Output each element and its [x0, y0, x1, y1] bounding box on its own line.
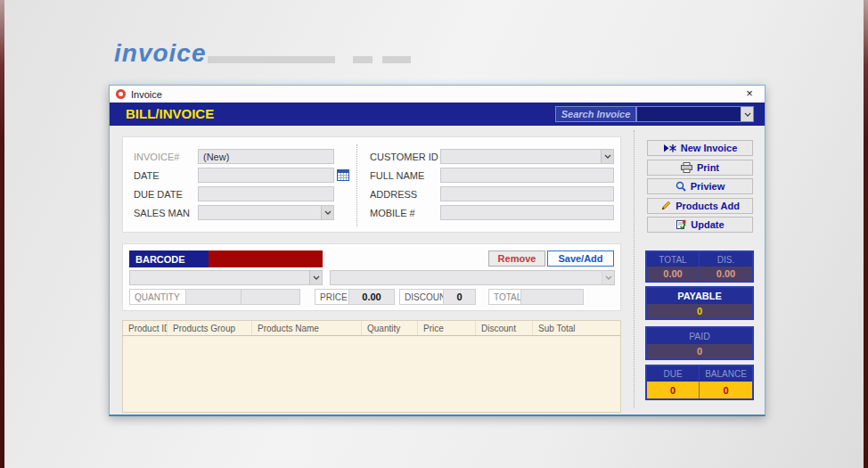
print-button[interactable]: Print: [647, 160, 753, 176]
balance-header: BALANCE: [700, 366, 752, 382]
payable-amount: 0: [647, 304, 752, 318]
magnifier-icon: [676, 181, 686, 192]
discount-amount: 0.00: [700, 267, 752, 281]
column-header-discount[interactable]: Discount: [476, 321, 533, 335]
invoice-number-label: INVOICE#: [134, 152, 179, 162]
chevron-down-icon[interactable]: [321, 206, 333, 219]
new-record-icon: [663, 144, 676, 153]
decorative-bar: [208, 56, 335, 63]
column-header-sub-total[interactable]: Sub Total: [533, 321, 620, 335]
chevron-down-icon[interactable]: [601, 150, 613, 163]
discount-label: DISCOUNT: [400, 290, 443, 304]
due-date-label: DUE DATE: [134, 189, 183, 200]
salesman-label: SALES MAN: [134, 208, 190, 218]
product-group-combobox[interactable]: [129, 270, 323, 285]
form-divider: [356, 144, 357, 226]
chevron-down-icon[interactable]: [602, 271, 614, 284]
button-label: Update: [691, 219, 724, 230]
address-label: ADDRESS: [370, 189, 417, 200]
chevron-down-icon[interactable]: [741, 107, 753, 121]
balance-amount: 0: [700, 382, 752, 398]
mobile-field[interactable]: [440, 205, 614, 220]
payable-header: PAYABLE: [647, 288, 752, 304]
price-group: PRICE 0.00: [315, 289, 395, 305]
product-name-combobox[interactable]: [330, 270, 615, 285]
column-header-quantity[interactable]: Quantity: [362, 321, 418, 335]
search-invoice-combobox[interactable]: [636, 106, 754, 122]
total-label: TOTAL: [489, 290, 520, 304]
page-title: invoice: [114, 39, 206, 68]
button-label: New Invoice: [681, 143, 738, 153]
new-invoice-button[interactable]: New Invoice: [647, 140, 753, 156]
button-label: Print: [697, 162, 719, 173]
total-discount-box: TOTAL DIS. 0.00 0.00: [645, 250, 754, 283]
search-invoice-label: Search Invoice: [555, 106, 636, 122]
close-button[interactable]: ×: [741, 86, 757, 101]
full-name-field[interactable]: [440, 168, 614, 183]
left-edge-strip: [0, 0, 4, 468]
items-table: Product ID Products Group Products Name …: [122, 320, 621, 413]
full-name-label: FULL NAME: [370, 170, 424, 181]
quantity-label: QUANTITY: [130, 290, 185, 304]
items-table-body: [123, 336, 620, 413]
update-icon: [676, 219, 686, 230]
invoice-form-panel: INVOICE# DATE DUE DATE SALES MAN CU: [122, 136, 621, 233]
decorative-bar: [353, 56, 373, 63]
column-header-price[interactable]: Price: [418, 321, 476, 335]
window-title: Invoice: [131, 89, 162, 100]
update-button[interactable]: Update: [647, 217, 753, 233]
desktop-background: invoice Invoice × BILL/INVOICE Search In…: [0, 0, 868, 468]
invoice-number-field[interactable]: [198, 149, 334, 164]
paid-header: PAID: [647, 328, 752, 344]
due-balance-box: DUE BALANCE 0 0: [645, 365, 754, 400]
button-label: Priview: [691, 181, 725, 192]
barcode-label: BARCODE: [129, 250, 209, 267]
save-add-button[interactable]: Save/Add: [547, 250, 614, 267]
window-titlebar: Invoice ×: [110, 86, 765, 103]
remove-button[interactable]: Remove: [488, 250, 545, 267]
calendar-icon[interactable]: [337, 168, 349, 185]
barcode-field[interactable]: [209, 250, 323, 267]
price-label: PRICE: [315, 290, 348, 304]
customer-id-combobox[interactable]: [440, 149, 614, 164]
salesman-combobox[interactable]: [198, 205, 334, 220]
printer-icon: [681, 162, 692, 173]
due-amount: 0: [647, 382, 700, 398]
address-field[interactable]: [440, 186, 614, 201]
pencil-icon: [660, 201, 671, 211]
discount-value: 0: [443, 290, 475, 304]
preview-button[interactable]: Priview: [647, 178, 753, 194]
app-icon: [116, 89, 126, 99]
paid-box: PAID 0: [645, 326, 754, 360]
discount-header: DIS.: [700, 252, 752, 267]
due-header: DUE: [647, 366, 700, 382]
decorative-bar: [382, 56, 411, 63]
date-field[interactable]: [198, 168, 334, 183]
total-amount: 0.00: [647, 267, 700, 281]
total-field[interactable]: [520, 290, 583, 304]
payable-box: PAYABLE 0: [645, 286, 754, 320]
quantity-field[interactable]: [185, 290, 241, 304]
price-value: 0.00: [348, 290, 394, 304]
customer-id-label: CUSTOMER ID: [370, 152, 438, 162]
form-header: BILL/INVOICE Search Invoice: [110, 103, 765, 126]
barcode-panel: BARCODE Remove Save/Add QUANTITY PRICE: [122, 243, 621, 311]
mobile-label: MOBILE #: [370, 208, 415, 218]
items-table-header: Product ID Products Group Products Name …: [123, 321, 620, 336]
column-header-products-name[interactable]: Products Name: [252, 321, 362, 335]
column-header-products-group[interactable]: Products Group: [168, 321, 252, 335]
quantity-group: QUANTITY: [129, 289, 300, 305]
form-header-title: BILL/INVOICE: [126, 106, 214, 121]
products-add-button[interactable]: Products Add: [647, 198, 753, 214]
paid-amount: 0: [647, 344, 752, 358]
button-label: Products Add: [676, 201, 740, 211]
invoice-window: Invoice × BILL/INVOICE Search Invoice IN…: [109, 85, 766, 416]
right-edge-strip: [864, 0, 868, 468]
discount-group: DISCOUNT 0: [399, 289, 476, 305]
date-label: DATE: [134, 170, 160, 181]
chevron-down-icon[interactable]: [309, 271, 322, 284]
quantity-field-2[interactable]: [241, 290, 299, 304]
sidebar-divider: [634, 130, 635, 408]
due-date-field[interactable]: [198, 186, 334, 201]
column-header-product-id[interactable]: Product ID: [123, 321, 168, 335]
